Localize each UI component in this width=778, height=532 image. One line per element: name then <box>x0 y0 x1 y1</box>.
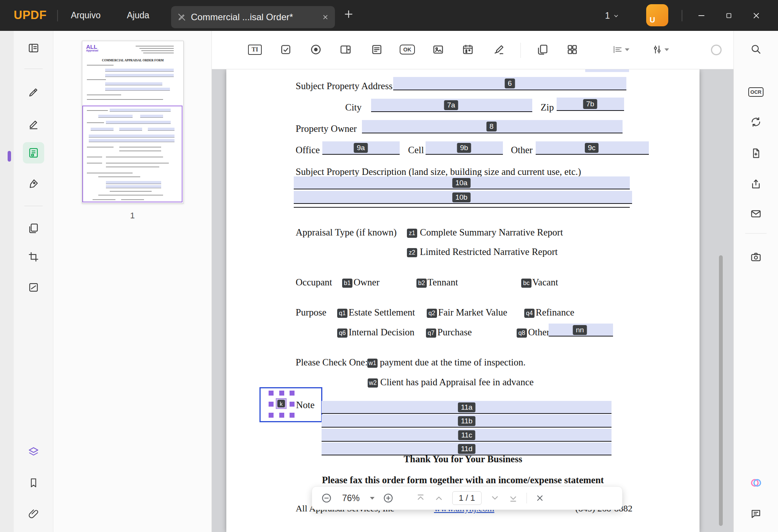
sidebar-item-crop[interactable] <box>23 246 44 268</box>
push-button-field-tool[interactable]: OK <box>398 40 416 59</box>
ai-assistant-button[interactable] <box>745 472 767 494</box>
label-fair-market-value: Fair Market Value <box>438 307 507 318</box>
image-field-tool[interactable] <box>429 40 447 59</box>
checkbox-client-paid[interactable]: w2 <box>368 379 377 388</box>
selection-handle[interactable] <box>290 413 295 418</box>
snapshot-button[interactable] <box>745 246 767 268</box>
search-button[interactable] <box>745 38 767 60</box>
selection-handle[interactable] <box>269 391 274 396</box>
thumbnail-line <box>98 195 163 195</box>
checkbox-internal-decision[interactable]: q6 <box>338 329 347 338</box>
menu-arquivo[interactable]: Arquivo <box>71 10 101 21</box>
sidebar-item-forms[interactable] <box>23 142 44 163</box>
layout-grid-tool[interactable] <box>563 40 581 59</box>
avatar-letter: U <box>650 16 655 24</box>
thumb-form-title: COMMERCIAL APPRAISAL ORDER FORM <box>82 59 183 62</box>
zoom-dropdown-caret[interactable] <box>370 497 375 500</box>
date-field-tool[interactable] <box>459 40 477 59</box>
sidebar-item-attachment[interactable] <box>23 503 44 524</box>
sidebar-item-bookmark[interactable] <box>23 472 44 494</box>
thumbnail-field <box>106 185 161 188</box>
chevron-down-icon <box>613 13 619 19</box>
page-tools-button[interactable] <box>745 143 767 164</box>
share-button[interactable] <box>745 173 767 195</box>
checkbox-field-tool[interactable] <box>277 40 295 59</box>
checkbox-note-selected[interactable]: k <box>276 398 287 409</box>
checkbox-vacant[interactable]: bc <box>522 279 531 288</box>
text-field-tool[interactable]: TI <box>246 40 264 59</box>
list-box-field-tool[interactable] <box>368 40 386 59</box>
convert-button[interactable] <box>745 111 767 133</box>
checkbox-fair-market-value[interactable]: q2 <box>427 309 436 318</box>
sidebar-item-layers[interactable] <box>23 441 44 463</box>
selection-handle[interactable] <box>279 413 284 418</box>
combo-box-field-tool[interactable] <box>336 40 355 59</box>
first-page-button[interactable] <box>416 493 426 503</box>
sidebar-item-annotate[interactable] <box>23 82 44 103</box>
form-field-partial[interactable] <box>585 69 629 72</box>
menu-ajuda[interactable]: Ajuda <box>127 10 149 21</box>
selection-handle[interactable] <box>269 402 274 407</box>
checkbox-payment-due[interactable]: w1 <box>368 359 377 368</box>
checkbox-estate-settlement[interactable]: q1 <box>338 309 347 318</box>
thumbnail-panel: ALL Appraisal COMMERCIAL APPRAISAL ORDER… <box>53 31 212 532</box>
signature-field-tool[interactable] <box>490 40 508 59</box>
pdf-page[interactable]: Subject Property Address 6 City 7a Zip 7… <box>226 69 700 532</box>
thumbnail-line <box>136 46 174 46</box>
selection-handle[interactable] <box>290 402 295 407</box>
field-badge-owner: 8 <box>487 122 497 131</box>
account-avatar[interactable]: U <box>646 4 668 26</box>
tab-close-icon[interactable] <box>322 14 329 21</box>
new-tab-button[interactable] <box>343 8 354 20</box>
panel-toggle-handle[interactable] <box>8 151 11 162</box>
sidebar-item-edit[interactable] <box>23 114 44 135</box>
thumbnail-field <box>89 135 174 138</box>
checkbox-tag: q1 <box>337 309 347 318</box>
checkbox-tag: q7 <box>426 328 436 338</box>
comment-button[interactable] <box>745 503 767 524</box>
last-page-button[interactable] <box>508 493 518 503</box>
next-page-button[interactable] <box>490 493 500 503</box>
window-count-dropdown[interactable]: 1 <box>605 11 619 21</box>
zoom-toolbar: 76% 1 / 1 <box>312 486 623 510</box>
checkbox-other-purpose[interactable]: q8 <box>517 329 526 338</box>
radio-button-field-tool[interactable] <box>307 40 325 59</box>
selection-handle[interactable] <box>269 413 274 418</box>
sidebar-item-organize-pages[interactable] <box>23 218 44 239</box>
checkbox-refinance[interactable]: q4 <box>525 309 534 318</box>
thumbnail-viewport-indicator[interactable] <box>82 106 182 202</box>
alignment-tool-dropdown[interactable] <box>608 40 633 59</box>
selection-handle[interactable] <box>290 391 295 396</box>
minimize-button[interactable] <box>695 9 708 22</box>
sidebar-item-reader[interactable] <box>23 37 44 59</box>
checkbox-owner[interactable]: b1 <box>343 279 352 288</box>
ocr-button[interactable]: OCR <box>745 81 767 103</box>
checkbox-complete-summary[interactable]: z1 <box>408 229 416 238</box>
zoombar-separator <box>527 493 527 503</box>
record-ring-button[interactable] <box>711 45 722 55</box>
document-tab[interactable]: Commercial ...isal Order* <box>171 6 335 28</box>
checkbox-limited-restricted[interactable]: z2 <box>408 248 416 257</box>
zoom-out-button[interactable] <box>321 493 332 503</box>
close-zoombar-button[interactable] <box>535 494 544 503</box>
email-button[interactable] <box>745 203 767 224</box>
maximize-button[interactable] <box>722 9 735 22</box>
page-thumbnail[interactable]: ALL Appraisal COMMERCIAL APPRAISAL ORDER… <box>82 41 184 204</box>
checkbox-tag: w2 <box>368 378 378 388</box>
thumbnail-page-number: 1 <box>53 211 211 221</box>
properties-tool-dropdown[interactable] <box>648 40 672 59</box>
page-indicator[interactable]: 1 / 1 <box>452 491 482 505</box>
copy-pages-tool[interactable] <box>533 40 552 59</box>
thumbnail-field <box>106 121 171 124</box>
selection-handle[interactable] <box>279 391 284 396</box>
zoom-in-button[interactable] <box>383 493 394 503</box>
thumbnail-line <box>139 48 174 49</box>
checkbox-purchase[interactable]: q7 <box>427 329 435 338</box>
checkbox-tennant[interactable]: b2 <box>417 279 426 288</box>
previous-page-button[interactable] <box>434 493 444 503</box>
close-window-button[interactable] <box>750 9 763 22</box>
sidebar-item-sign[interactable] <box>23 173 44 194</box>
thumbnail-line <box>87 110 108 111</box>
sidebar-item-watermark[interactable] <box>23 277 44 298</box>
vertical-scrollbar[interactable] <box>719 255 723 526</box>
